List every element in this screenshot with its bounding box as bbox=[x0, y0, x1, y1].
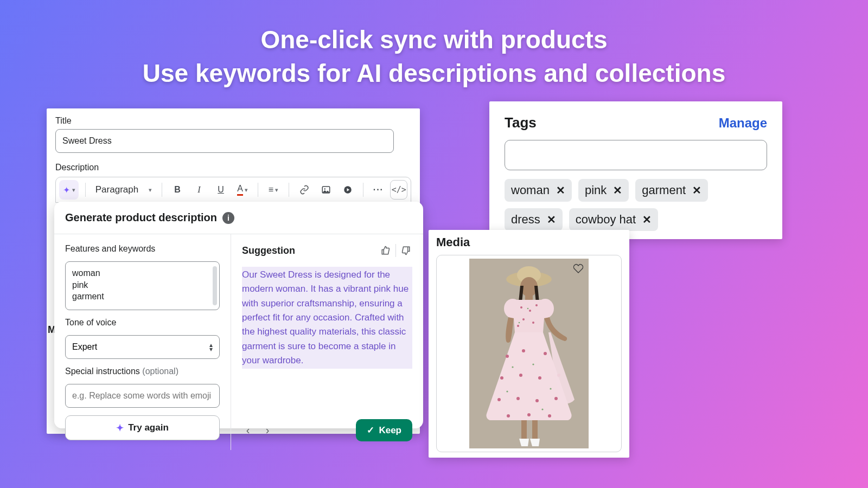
tags-title: Tags bbox=[505, 114, 537, 131]
ai-sparkle-button[interactable]: ✦▾ bbox=[59, 180, 79, 200]
try-again-label: Try again bbox=[128, 422, 169, 433]
thumbs-up-button[interactable] bbox=[379, 244, 392, 257]
features-textarea[interactable]: woman pink garment bbox=[65, 261, 220, 310]
keep-button[interactable]: ✓ Keep bbox=[356, 419, 412, 441]
media-panel: Media bbox=[429, 230, 629, 458]
underline-button[interactable]: U bbox=[211, 180, 231, 200]
select-updown-icon: ▴▾ bbox=[209, 343, 213, 352]
rich-text-toolbar: ✦▾ Paragraph ▾ B I U A▾ ≡▾ ··· bbox=[55, 177, 411, 203]
prev-suggestion-button[interactable]: ‹ bbox=[242, 424, 254, 436]
toolbar-separator bbox=[162, 183, 162, 197]
tag-chip: cowboy hat✕ bbox=[569, 208, 658, 231]
tags-input[interactable] bbox=[505, 140, 767, 170]
svg-point-18 bbox=[544, 352, 547, 355]
tag-list: woman✕ pink✕ garment✕ dress✕ cowboy hat✕ bbox=[505, 179, 767, 231]
remove-tag-button[interactable]: ✕ bbox=[642, 213, 652, 226]
svg-point-32 bbox=[512, 366, 513, 368]
svg-point-28 bbox=[527, 413, 531, 416]
more-button[interactable]: ··· bbox=[368, 180, 388, 200]
svg-point-12 bbox=[535, 304, 538, 306]
description-label: Description bbox=[55, 163, 411, 172]
svg-point-19 bbox=[500, 376, 503, 380]
toolbar-separator bbox=[85, 183, 86, 197]
tag-label: garment bbox=[642, 183, 686, 197]
marketing-headline: One-click sync with products Use keyword… bbox=[0, 0, 868, 90]
video-button[interactable] bbox=[338, 180, 358, 200]
svg-point-30 bbox=[527, 308, 529, 310]
svg-point-16 bbox=[506, 355, 509, 358]
headline-line-2: Use keywords for AI descriptions and col… bbox=[0, 56, 868, 90]
svg-rect-7 bbox=[525, 294, 533, 300]
svg-point-15 bbox=[517, 325, 519, 327]
tone-select[interactable]: Expert ▴▾ bbox=[65, 335, 220, 359]
generate-heading: Generate product description i bbox=[54, 202, 423, 234]
headline-line-1: One-click sync with products bbox=[0, 23, 868, 56]
svg-point-24 bbox=[516, 397, 520, 400]
generate-description-popover: Generate product description i Features … bbox=[54, 202, 423, 428]
svg-point-8 bbox=[504, 299, 521, 318]
tag-chip: woman✕ bbox=[505, 179, 572, 202]
media-thumbnail[interactable] bbox=[436, 255, 622, 452]
tag-chip: pink✕ bbox=[578, 179, 629, 202]
tags-panel: Tags Manage woman✕ pink✕ garment✕ dress✕… bbox=[489, 101, 782, 239]
keep-label: Keep bbox=[379, 425, 401, 436]
tag-label: dress bbox=[511, 213, 540, 227]
svg-point-36 bbox=[541, 408, 543, 410]
tag-label: pink bbox=[585, 183, 607, 197]
align-button[interactable]: ≡▾ bbox=[264, 180, 283, 200]
next-suggestion-button[interactable]: › bbox=[261, 424, 273, 436]
svg-point-17 bbox=[522, 349, 525, 352]
svg-point-20 bbox=[519, 374, 522, 377]
svg-point-29 bbox=[548, 414, 551, 418]
svg-point-33 bbox=[532, 363, 534, 365]
svg-point-27 bbox=[507, 414, 510, 418]
toolbar-separator bbox=[258, 183, 258, 197]
remove-tag-button[interactable]: ✕ bbox=[692, 184, 701, 197]
svg-point-31 bbox=[519, 322, 520, 324]
link-button[interactable] bbox=[295, 180, 314, 200]
chevron-down-icon: ▾ bbox=[149, 187, 152, 194]
generate-suggestion-pane: Suggestion Our Sweet Dress is designed f… bbox=[231, 234, 423, 450]
svg-point-34 bbox=[550, 388, 551, 389]
features-label: Features and keywords bbox=[65, 244, 220, 254]
suggestion-text[interactable]: Our Sweet Dress is designed for the mode… bbox=[242, 267, 412, 369]
svg-point-23 bbox=[497, 398, 501, 401]
tag-chip: garment✕ bbox=[635, 179, 708, 202]
svg-rect-37 bbox=[521, 420, 527, 440]
media-title: Media bbox=[436, 235, 622, 249]
code-view-button[interactable]: </> bbox=[390, 180, 407, 200]
remove-tag-button[interactable]: ✕ bbox=[613, 184, 622, 197]
toolbar-separator bbox=[289, 183, 289, 197]
info-icon[interactable]: i bbox=[222, 212, 234, 224]
svg-point-25 bbox=[535, 399, 539, 402]
sparkle-icon: ✦ bbox=[116, 422, 124, 434]
svg-point-1 bbox=[324, 188, 325, 189]
bold-button[interactable]: B bbox=[168, 180, 187, 200]
tone-label: Tone of voice bbox=[65, 318, 220, 328]
title-label: Title bbox=[55, 116, 411, 126]
italic-button[interactable]: I bbox=[189, 180, 209, 200]
manage-tags-link[interactable]: Manage bbox=[719, 115, 767, 131]
remove-tag-button[interactable]: ✕ bbox=[556, 184, 565, 197]
svg-point-9 bbox=[537, 299, 554, 318]
instructions-input[interactable] bbox=[65, 384, 220, 408]
svg-point-26 bbox=[554, 397, 558, 400]
toolbar-separator bbox=[363, 183, 363, 197]
tag-label: cowboy hat bbox=[576, 213, 636, 227]
svg-point-13 bbox=[522, 318, 525, 320]
paragraph-style-label: Paragraph bbox=[95, 184, 138, 195]
tag-chip: dress✕ bbox=[505, 208, 563, 231]
title-input[interactable] bbox=[55, 129, 394, 153]
instructions-label: Special instructions (optional) bbox=[65, 367, 220, 376]
try-again-button[interactable]: ✦ Try again bbox=[65, 415, 220, 440]
svg-rect-38 bbox=[532, 420, 538, 440]
thumbs-down-button[interactable] bbox=[399, 244, 412, 257]
remove-tag-button[interactable]: ✕ bbox=[547, 213, 556, 226]
tag-label: woman bbox=[511, 183, 550, 197]
paragraph-style-dropdown[interactable]: Paragraph ▾ bbox=[91, 180, 156, 200]
svg-point-11 bbox=[529, 310, 531, 312]
text-color-button[interactable]: A▾ bbox=[233, 180, 252, 200]
svg-point-14 bbox=[532, 322, 534, 324]
image-button[interactable] bbox=[316, 180, 336, 200]
generate-heading-text: Generate product description bbox=[65, 211, 217, 224]
